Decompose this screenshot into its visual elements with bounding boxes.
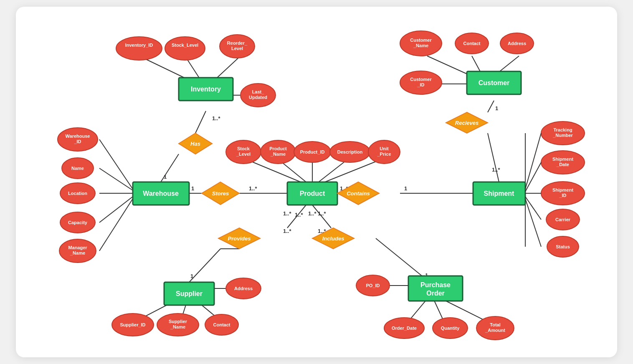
attr-po-id-label: PO_ID	[366, 283, 380, 288]
entity-inventory-label: Inventory	[191, 86, 221, 93]
entity-shipment-label: Shipment	[484, 190, 515, 197]
svg-text:1: 1	[495, 105, 498, 111]
attr-warehouse-manager-label2: _Name	[70, 250, 85, 255]
attr-product-name-label1: Product	[269, 146, 287, 151]
svg-line-18	[189, 249, 220, 282]
attr-warehouse-id-label2: _ID	[73, 139, 81, 144]
svg-line-14	[488, 133, 499, 182]
svg-text:1: 1	[164, 174, 167, 180]
svg-text:1..*: 1..*	[249, 185, 257, 192]
rel-includes-label: Includes	[322, 235, 344, 242]
attr-last-updated-label1: Last_	[252, 89, 265, 94]
entity-purchaseorder-label1: Purchase	[420, 281, 451, 288]
svg-line-0	[195, 111, 206, 133]
attr-customer-name-label2: _Name	[413, 43, 428, 48]
entity-purchaseorder	[408, 276, 463, 301]
attr-shipment-tracking-label1: Tracking	[553, 127, 572, 132]
attr-reorder-level-label1: Reorder_	[227, 40, 248, 46]
attr-customer-id-label1: Customer	[410, 77, 432, 82]
attr-warehouse-capacity-label: Capacity	[68, 220, 88, 225]
attr-warehouse-name-label: Name	[71, 166, 84, 171]
attr-customer-id-label2: _ID	[417, 82, 424, 87]
attr-shipment-status-label: Status	[556, 244, 570, 249]
attr-shipment-date-label2: _Date	[556, 162, 569, 167]
attr-supplier-name-label1: Supplier	[169, 319, 187, 324]
svg-line-12	[488, 101, 494, 112]
attr-product-stock-label1: Stock	[237, 146, 250, 151]
entity-warehouse-label: Warehouse	[143, 190, 179, 197]
rel-stores-label: Stores	[212, 190, 229, 197]
attr-product-price-label1: Unit	[380, 146, 389, 151]
svg-line-35	[99, 199, 133, 251]
attr-product-id-label: Product_ID	[300, 149, 325, 154]
entity-product-label: Product	[300, 190, 325, 197]
svg-line-31	[99, 139, 133, 189]
rel-recieves-label: Recieves	[455, 120, 479, 126]
svg-text:1..*: 1..*	[295, 212, 303, 218]
attr-stock-level-inv	[165, 37, 205, 60]
attr-last-updated-label2: Updated	[249, 95, 267, 100]
attr-po-total-label1: Total	[490, 322, 500, 327]
rel-has-label: Has	[190, 141, 200, 147]
attr-customer-name-label1: Customer	[410, 38, 432, 43]
attr-shipment-date-label1: Shipment	[552, 157, 573, 162]
rel-contains-label: Contains	[347, 190, 370, 197]
attr-inventory-id-label: Inventory_ID	[125, 43, 153, 48]
svg-text:1..*: 1..*	[283, 210, 291, 217]
attr-customer-contact-label: Contact	[463, 41, 481, 46]
attr-customer-address-label: Address	[508, 41, 526, 46]
attr-supplier-id-label: Supplier_ID	[120, 322, 145, 327]
svg-line-32	[99, 168, 133, 190]
attr-shipment-id-label1: Shipment	[552, 187, 573, 192]
attr-inventory-id	[116, 37, 162, 60]
svg-text:1..*: 1..*	[283, 228, 291, 234]
svg-line-62	[525, 199, 541, 247]
entity-supplier-label: Supplier	[176, 290, 203, 297]
svg-line-34	[99, 197, 133, 222]
attr-supplier-name-label2: _Name	[170, 324, 185, 329]
attr-shipment-id-label2: _ID	[559, 193, 566, 198]
attr-po-orderdate-label: Order_Date	[392, 326, 417, 331]
attr-shipment-tracking-label2: _Number	[552, 133, 573, 138]
attr-product-price-label2: _Price	[377, 152, 391, 157]
svg-line-61	[525, 197, 541, 220]
attr-supplier-address-label: Address	[234, 286, 253, 291]
attr-warehouse-manager-label1: Manager	[68, 245, 87, 250]
attr-reorder-level-label2: Level	[231, 46, 243, 51]
attr-product-desc-label: Description	[337, 149, 363, 154]
svg-line-23	[376, 238, 427, 280]
attr-shipment-carrier-label: Carrier	[555, 217, 571, 222]
svg-text:1..*: 1..*	[318, 228, 326, 234]
attr-stock-level-inv-label: Stock_Level	[172, 43, 198, 48]
svg-text:1..*: 1..*	[492, 167, 500, 173]
svg-text:1..*: 1..*	[308, 210, 316, 217]
svg-line-59	[525, 162, 541, 192]
attr-product-name-label2: _Name	[270, 152, 286, 157]
attr-warehouse-id-label1: Warehouse	[66, 134, 90, 139]
svg-line-56	[433, 299, 444, 321]
svg-text:1: 1	[404, 185, 407, 192]
entity-customer-label: Customer	[479, 79, 510, 86]
entity-purchaseorder-label2: Order	[426, 290, 445, 297]
svg-text:1..*: 1..*	[212, 115, 220, 121]
svg-text:1: 1	[190, 273, 193, 279]
svg-line-58	[525, 133, 541, 189]
attr-warehouse-location-label: Location	[68, 191, 87, 196]
er-diagram: 1..* 1 1 1..* 1..* 1 1 1..* 1 1..*	[16, 7, 617, 357]
attr-po-total-label2: _Amount	[485, 328, 505, 333]
svg-text:1..*: 1..*	[318, 210, 326, 217]
rel-provides-label: Provides	[228, 235, 251, 242]
attr-po-quantity-label: Quantity	[441, 326, 460, 331]
attr-supplier-contact-label: Contact	[213, 322, 230, 327]
attr-product-stock-label2: _Level	[236, 152, 251, 157]
svg-text:1: 1	[191, 185, 194, 192]
